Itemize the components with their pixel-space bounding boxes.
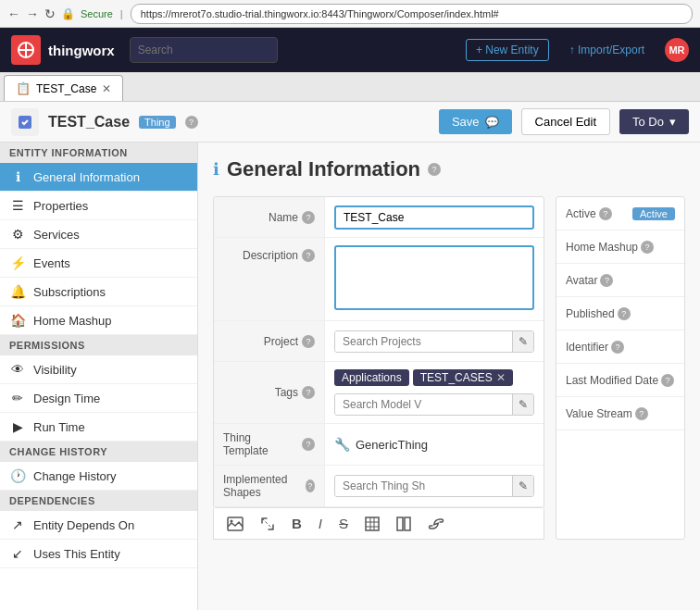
sidebar-item-properties[interactable]: ☰ Properties	[0, 192, 197, 220]
name-help-icon[interactable]: ?	[302, 211, 315, 224]
import-export-button[interactable]: ↑ Import/Export	[560, 40, 654, 60]
avatar: MR	[665, 38, 689, 62]
visibility-icon: 👁	[9, 362, 26, 377]
sidebar-item-design-time[interactable]: ✏ Design Time	[0, 384, 197, 413]
sidebar-item-visibility[interactable]: 👁 Visibility	[0, 355, 197, 384]
sidebar-item-entity-depends-on[interactable]: ↗ Entity Depends On	[0, 511, 197, 540]
sidebar-item-events[interactable]: ⚡ Events	[0, 249, 197, 278]
logo-icon	[11, 35, 41, 65]
topbar-search-input[interactable]	[130, 37, 278, 63]
cancel-edit-button[interactable]: Cancel Edit	[521, 108, 610, 135]
editor-bold-button[interactable]: B	[288, 514, 306, 533]
description-value-cell	[325, 238, 544, 320]
sidebar-item-subscriptions[interactable]: 🔔 Subscriptions	[0, 278, 197, 306]
save-label: Save	[452, 115, 480, 129]
project-search-input[interactable]	[335, 331, 512, 352]
description-label: Description	[243, 249, 298, 262]
tags-help-icon[interactable]: ?	[302, 386, 315, 399]
tags-edit-button[interactable]: ✎	[512, 394, 533, 415]
sidebar-item-uses-this-entity[interactable]: ↙ Uses This Entity	[0, 540, 197, 568]
editor-image-button[interactable]	[223, 515, 247, 533]
tab-test-case[interactable]: 📋 TEST_Case ✕	[4, 75, 123, 101]
project-edit-button[interactable]: ✎	[512, 331, 533, 352]
sidebar-item-general-information[interactable]: ℹ General Information	[0, 163, 197, 192]
thing-badge: Thing	[139, 116, 176, 129]
side-field-home-mashup: Home Mashup ?	[556, 230, 684, 264]
editor-table-button[interactable]	[361, 515, 383, 533]
tags-search-input[interactable]	[335, 394, 512, 415]
save-button[interactable]: Save 💬	[439, 109, 512, 134]
save-chat-icon: 💬	[485, 116, 499, 129]
avatar-label-wrap: Avatar ?	[566, 274, 613, 287]
topbar-right: + New Entity ↑ Import/Export MR	[466, 38, 689, 62]
name-input[interactable]	[334, 205, 534, 230]
tags-label: Tags	[275, 386, 298, 399]
side-field-published: Published ?	[556, 297, 684, 330]
avatar-help-icon[interactable]: ?	[600, 274, 613, 287]
home-mashup-help-icon[interactable]: ?	[641, 241, 654, 254]
todo-button[interactable]: To Do ▾	[619, 109, 689, 134]
sidebar: ENTITY INFORMATION ℹ General Information…	[0, 143, 198, 610]
svg-point-5	[231, 519, 233, 522]
project-row: Project ? ✎	[214, 321, 544, 362]
page-title: General Information	[227, 157, 420, 181]
implemented-shapes-help-icon[interactable]: ?	[306, 479, 315, 492]
thing-template-value: 🔧 GenericThing	[334, 437, 428, 452]
project-help-icon[interactable]: ?	[302, 335, 315, 348]
page-title-help-icon[interactable]: ?	[428, 163, 441, 176]
thing-template-label: Thing Template	[223, 431, 298, 457]
side-field-last-modified: Last Modified Date ?	[556, 364, 684, 397]
form-fields: Name ? Description ?	[213, 196, 544, 508]
page-title-row: ℹ General Information ?	[213, 157, 685, 181]
sidebar-item-services[interactable]: ⚙ Services	[0, 220, 197, 249]
topbar: thingworx + New Entity ↑ Import/Export M…	[0, 28, 700, 72]
section-entity-info: ENTITY INFORMATION	[0, 143, 197, 163]
secure-icon: 🔒	[61, 7, 75, 20]
name-value-cell	[325, 197, 544, 237]
todo-dropdown-icon: ▾	[669, 115, 676, 129]
implemented-shapes-search-input[interactable]	[335, 476, 512, 496]
tag-test-cases-remove[interactable]: ✕	[496, 371, 506, 384]
identifier-label: Identifier	[566, 341, 608, 354]
sidebar-item-home-mashup[interactable]: 🏠 Home Mashup	[0, 306, 197, 335]
published-label: Published	[566, 307, 615, 320]
entity-depends-icon: ↗	[9, 517, 26, 532]
thing-template-name: GenericThing	[356, 438, 428, 452]
tag-test-cases: TEST_CASES ✕	[413, 369, 513, 386]
description-help-icon[interactable]: ?	[302, 249, 315, 262]
implemented-shapes-edit-button[interactable]: ✎	[512, 476, 533, 496]
tab-close-button[interactable]: ✕	[102, 82, 111, 95]
new-entity-button[interactable]: + New Entity	[466, 39, 549, 61]
refresh-button[interactable]: ↻	[44, 6, 56, 21]
brand-logo: thingworx	[11, 35, 115, 65]
active-help-icon[interactable]: ?	[599, 207, 612, 220]
sidebar-item-run-time[interactable]: ▶ Run Time	[0, 413, 197, 442]
url-bar[interactable]	[131, 4, 693, 24]
editor-columns-button[interactable]	[393, 515, 415, 533]
tab-label: TEST_Case	[36, 82, 96, 95]
tags-search-wrap: ✎	[334, 393, 534, 416]
value-stream-help-icon[interactable]: ?	[635, 407, 648, 420]
forward-button[interactable]: →	[26, 6, 39, 21]
editor-link-button[interactable]	[424, 516, 448, 532]
last-modified-help-icon[interactable]: ?	[661, 374, 674, 387]
thing-template-help-icon[interactable]: ?	[302, 438, 315, 451]
sidebar-item-change-history[interactable]: 🕐 Change History	[0, 462, 197, 491]
entity-help-icon[interactable]: ?	[185, 116, 198, 129]
thing-template-value-cell: 🔧 GenericThing	[325, 424, 544, 465]
back-button[interactable]: ←	[7, 6, 20, 21]
address-bar: ← → ↻ 🔒 Secure |	[0, 0, 700, 28]
editor-italic-button[interactable]: I	[315, 514, 326, 533]
identifier-help-icon[interactable]: ?	[611, 341, 624, 354]
description-input[interactable]	[334, 245, 534, 310]
info-icon: ℹ	[9, 169, 26, 184]
active-badge: Active	[632, 207, 675, 220]
editor-strikethrough-button[interactable]: S	[335, 514, 352, 533]
tabs-bar: 📋 TEST_Case ✕	[0, 72, 700, 102]
sidebar-label-entity-depends-on: Entity Depends On	[33, 518, 134, 532]
content-body: ENTITY INFORMATION ℹ General Information…	[0, 143, 700, 610]
editor-resize-button[interactable]	[256, 515, 279, 533]
services-icon: ⚙	[9, 227, 26, 242]
tab-icon: 📋	[16, 81, 31, 95]
published-help-icon[interactable]: ?	[618, 307, 631, 320]
